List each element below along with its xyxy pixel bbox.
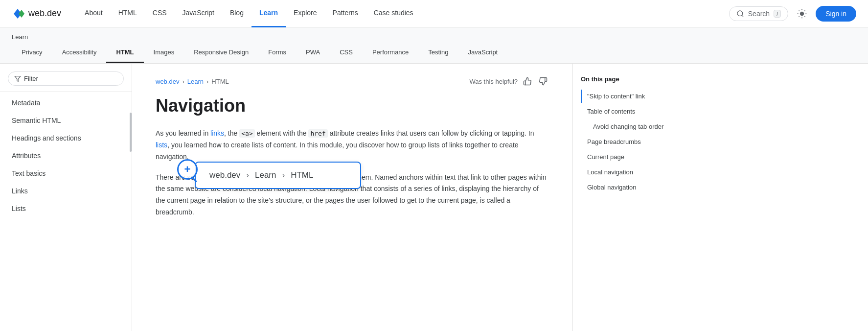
tab-performance[interactable]: Performance — [363, 43, 418, 63]
learn-section-title: Learn — [12, 27, 856, 43]
theme-toggle[interactable] — [796, 8, 808, 20]
href-code: href — [308, 129, 327, 138]
magnifier-overlay: + — [176, 159, 198, 180]
sidebar-item-links[interactable]: Links — [0, 182, 132, 200]
helpful-label: Was this helpful? — [469, 78, 518, 85]
search-label: Search — [748, 10, 770, 18]
tab-html[interactable]: HTML — [106, 43, 143, 63]
tab-testing[interactable]: Testing — [418, 43, 458, 63]
sidebar-item-metadata[interactable]: Metadata — [0, 94, 132, 112]
nav-about[interactable]: About — [77, 0, 111, 27]
sidebar-scrollbar[interactable] — [130, 113, 132, 152]
thumbs-up-icon[interactable] — [522, 75, 533, 87]
secondary-nav-tabs: Privacy Accessibility HTML Images Respon… — [12, 43, 856, 63]
breadcrumb-sep-1: › — [182, 78, 184, 85]
svg-line-8 — [804, 16, 805, 17]
on-page-current-page[interactable]: Current page — [581, 150, 672, 164]
links-link[interactable]: links — [210, 129, 224, 137]
sidebar-item-attributes[interactable]: Attributes — [0, 147, 132, 165]
sidebar-item-text-basics[interactable]: Text basics — [0, 165, 132, 182]
tab-css[interactable]: CSS — [330, 43, 363, 63]
tooltip-html: HTML — [291, 170, 313, 180]
on-page-avoid-tab-order[interactable]: Avoid changing tab order — [581, 120, 672, 133]
tab-responsive-design[interactable]: Responsive Design — [184, 43, 258, 63]
plus-icon: + — [184, 164, 191, 175]
svg-marker-13 — [15, 76, 21, 81]
breadcrumb-sep-2: › — [206, 78, 208, 85]
svg-line-12 — [804, 10, 805, 11]
on-page-title: On this page — [581, 75, 672, 83]
svg-line-7 — [799, 10, 799, 11]
breadcrumb-html: HTML — [211, 78, 228, 85]
search-slash: / — [774, 10, 781, 18]
svg-point-4 — [800, 11, 804, 15]
search-icon — [736, 10, 744, 18]
sidebar: Filter Metadata Semantic HTML Headings a… — [0, 64, 132, 331]
on-page-table-of-contents[interactable]: Table of contents — [581, 105, 672, 118]
logo-icon — [12, 7, 25, 21]
svg-marker-1 — [19, 10, 24, 18]
breadcrumb: web.dev › Learn › HTML — [156, 78, 229, 85]
on-page-global-navigation[interactable]: Global navigation — [581, 181, 672, 194]
tab-images[interactable]: Images — [144, 43, 184, 63]
on-page-breadcrumbs[interactable]: Page breadcrumbs — [581, 135, 672, 148]
tab-javascript[interactable]: JavaScript — [458, 43, 508, 63]
svg-point-2 — [737, 11, 743, 16]
right-sidebar: On this page "Skip to content" link Tabl… — [572, 64, 680, 331]
nav-right: Search / Sign in — [729, 6, 856, 22]
lists-link[interactable]: lists — [156, 141, 167, 149]
breadcrumb-tooltip: web.dev › Learn › HTML — [195, 162, 361, 189]
breadcrumb-webdev[interactable]: web.dev — [156, 78, 179, 85]
on-page-local-navigation[interactable]: Local navigation — [581, 166, 672, 179]
nav-case-studies[interactable]: Case studies — [366, 0, 421, 27]
sidebar-divider — [0, 92, 132, 92]
nav-patterns[interactable]: Patterns — [325, 0, 366, 27]
nav-explore[interactable]: Explore — [286, 0, 324, 27]
tooltip-webdev: web.dev — [209, 170, 240, 180]
filter-button[interactable]: Filter — [8, 71, 124, 86]
nav-html[interactable]: HTML — [111, 0, 145, 27]
sign-in-button[interactable]: Sign in — [816, 6, 856, 22]
content-paragraph-1: As you learned in links, the <a> element… — [156, 128, 547, 163]
thumbs-down-icon[interactable] — [537, 75, 549, 87]
logo[interactable]: web.dev — [12, 7, 61, 21]
tab-accessibility[interactable]: Accessibility — [52, 43, 107, 63]
magnifier-circle: + — [177, 159, 198, 180]
filter-label: Filter — [24, 75, 38, 82]
tooltip-sep-2: › — [282, 170, 285, 180]
secondary-nav: Learn Privacy Accessibility HTML Images … — [0, 27, 868, 64]
top-nav: web.dev About HTML CSS JavaScript Blog L… — [0, 0, 868, 27]
main-layout: Filter Metadata Semantic HTML Headings a… — [0, 64, 868, 331]
breadcrumb-row: web.dev › Learn › HTML Was this helpful? — [156, 75, 549, 87]
tab-forms[interactable]: Forms — [258, 43, 296, 63]
tooltip-sep-1: › — [246, 170, 249, 180]
logo-text: web.dev — [28, 8, 61, 19]
tab-privacy[interactable]: Privacy — [12, 43, 52, 63]
a-element-code: <a> — [239, 129, 254, 138]
nav-learn[interactable]: Learn — [251, 0, 286, 27]
breadcrumb-learn[interactable]: Learn — [187, 78, 204, 85]
helpful-row: Was this helpful? — [469, 75, 549, 87]
nav-javascript[interactable]: JavaScript — [175, 0, 222, 27]
svg-line-3 — [742, 15, 743, 17]
nav-css[interactable]: CSS — [145, 0, 175, 27]
sidebar-item-semantic-html[interactable]: Semantic HTML — [0, 112, 132, 129]
nav-links: About HTML CSS JavaScript Blog Learn Exp… — [77, 0, 729, 27]
tab-pwa[interactable]: PWA — [296, 43, 330, 63]
tooltip-learn: Learn — [255, 170, 276, 180]
on-page-skip-to-content[interactable]: "Skip to content" link — [581, 90, 672, 103]
sidebar-item-lists[interactable]: Lists — [0, 200, 132, 217]
sidebar-item-headings-sections[interactable]: Headings and sections — [0, 129, 132, 147]
search-box[interactable]: Search / — [729, 6, 788, 21]
nav-blog[interactable]: Blog — [222, 0, 251, 27]
svg-line-11 — [799, 16, 799, 17]
content-area: web.dev › Learn › HTML Was this helpful? — [132, 64, 572, 331]
filter-icon — [14, 75, 21, 82]
page-heading: Navigation — [156, 95, 549, 116]
